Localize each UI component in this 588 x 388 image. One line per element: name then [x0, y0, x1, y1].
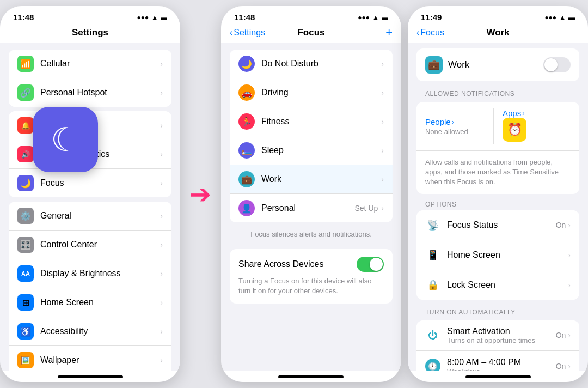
time-1: 11:48: [13, 13, 34, 22]
apps-label: Apps ›: [503, 108, 525, 118]
hotspot-label: Personal Hotspot: [40, 88, 160, 98]
wifi-icon-3: ▲: [559, 14, 566, 21]
display-row[interactable]: AA Display & Brightness ›: [9, 259, 171, 288]
focus-status-label: Focus Status: [447, 220, 556, 230]
display-icon: AA: [17, 265, 34, 282]
share-description: Turning a Focus on for this device will …: [238, 276, 384, 296]
nav-action-2[interactable]: +: [385, 26, 393, 40]
fitness-icon: 🏃: [238, 113, 255, 130]
cellular-chevron: ›: [160, 59, 163, 68]
share-row: Share Across Devices: [238, 257, 384, 272]
time-row[interactable]: 🕗 8:00 AM – 4:00 PM Weekdays On ›: [416, 351, 579, 371]
accessibility-icon: ♿: [17, 323, 34, 340]
smart-chevron: ›: [568, 331, 571, 340]
signal-icon: ●●●: [137, 14, 149, 21]
work-header-section: 💼 Work: [416, 48, 579, 81]
nav-back-3[interactable]: ‹ Focus: [416, 28, 444, 38]
wifi-icon: ▲: [151, 14, 158, 21]
cellular-label: Cellular: [40, 59, 160, 69]
screen2-content[interactable]: 🌙 Do Not Disturb › 🚗 Driving › 🏃 Fitness…: [221, 43, 401, 371]
focus-status-icon: 📡: [425, 217, 440, 233]
accessibility-row[interactable]: ♿ Accessibility ›: [9, 317, 171, 346]
home-bar-1: [0, 371, 180, 382]
share-section: Share Across Devices Turning a Focus on …: [230, 249, 393, 304]
focus-status-row[interactable]: 📡 Focus Status On ›: [416, 210, 579, 240]
driving-label: Driving: [261, 88, 381, 98]
screen1-content[interactable]: 📶 Cellular › 🔗 Personal Hotspot › 🔔 Noti…: [0, 43, 180, 371]
smart-value: On: [556, 331, 566, 340]
lock-screen-icon: 🔒: [425, 277, 440, 293]
personal-chevron: ›: [381, 204, 384, 213]
nav-bar-1: Settings: [0, 24, 180, 43]
work-header-icon: 💼: [425, 56, 443, 74]
lock-screen-row[interactable]: 🔒 Lock Screen ›: [416, 270, 579, 300]
home-bar-line-1: [58, 375, 123, 378]
sleep-icon: 🛏️: [238, 142, 255, 159]
people-sub: None allowed: [425, 128, 468, 136]
general-icon: ⚙️: [17, 208, 34, 224]
apps-col[interactable]: Apps › ⏰: [493, 108, 571, 144]
accessibility-label: Accessibility: [40, 326, 160, 336]
work-row[interactable]: 💼 Work ›: [230, 165, 393, 194]
allowed-desc: Allow calls and notifications from peopl…: [416, 151, 579, 194]
hotspot-row[interactable]: 🔗 Personal Hotspot ›: [9, 78, 171, 107]
screen1: 11:48 ●●● ▲ ▬ Settings 📶 Cellular › 🔗 Pe…: [0, 6, 180, 382]
fitness-chevron: ›: [381, 117, 384, 126]
arrow-container: ➔: [187, 179, 215, 209]
focus-status-chevron: ›: [568, 221, 571, 229]
battery-icon-3: ▬: [568, 14, 575, 21]
sleep-row[interactable]: 🛏️ Sleep ›: [230, 136, 393, 165]
toggle-knob: [370, 258, 383, 271]
sounds-icon: 🔊: [17, 146, 34, 162]
screen3-content[interactable]: 💼 Work ALLOWED NOTIFICATIONS People › No…: [408, 43, 588, 371]
allowed-section: People › None allowed Apps › ⏰ Allow cal…: [416, 102, 579, 194]
personal-row[interactable]: 👤 Personal Set Up ›: [230, 194, 393, 222]
home-screen-label: Home Screen: [40, 298, 160, 307]
fitness-row[interactable]: 🏃 Fitness ›: [230, 107, 393, 136]
share-toggle[interactable]: [357, 257, 384, 272]
hotspot-icon: 🔗: [17, 84, 34, 101]
wallpaper-row[interactable]: 🖼️ Wallpaper ›: [9, 346, 171, 371]
status-icons-2: ●●● ▲ ▬: [358, 14, 388, 21]
home-screen-option-chevron: ›: [568, 251, 571, 259]
personal-icon: 👤: [238, 200, 255, 216]
dnd-label: Do Not Disturb: [261, 59, 381, 69]
driving-row[interactable]: 🚗 Driving ›: [230, 78, 393, 107]
status-bar-2: 11:48 ●●● ▲ ▬: [221, 6, 401, 24]
sounds-chevron: ›: [160, 150, 163, 159]
smart-activation-row[interactable]: ⏻ Smart Activation Turns on at opportune…: [416, 320, 579, 351]
home-screen-row[interactable]: ⊞ Home Screen ›: [9, 288, 171, 317]
notifications-icon: 🔔: [17, 117, 34, 134]
display-chevron: ›: [160, 269, 163, 278]
share-label: Share Across Devices: [238, 259, 324, 269]
home-bar-line-3: [465, 375, 531, 378]
control-center-label: Control Center: [40, 240, 160, 250]
nav-back-2[interactable]: ‹ Settings: [230, 28, 265, 38]
control-center-row[interactable]: 🎛️ Control Center ›: [9, 231, 171, 259]
status-icons-3: ●●● ▲ ▬: [544, 14, 575, 21]
general-row[interactable]: ⚙️ General ›: [9, 202, 171, 231]
work-chevron: ›: [381, 175, 384, 184]
display-label: Display & Brightness: [40, 269, 160, 278]
work-toggle[interactable]: [543, 57, 571, 72]
focus-row[interactable]: 🌙 Focus ›: [9, 169, 171, 197]
wifi-icon-2: ▲: [372, 14, 379, 21]
back-chevron-2: ‹: [230, 28, 232, 38]
home-screen-icon: ⊞: [17, 294, 34, 311]
signal-icon-3: ●●●: [544, 14, 556, 21]
time-sub: Weekdays: [447, 367, 521, 371]
work-toggle-knob: [544, 58, 558, 71]
home-screen-option-row[interactable]: 📱 Home Screen ›: [416, 240, 579, 270]
time-text-group: 8:00 AM – 4:00 PM Weekdays: [447, 357, 521, 371]
dnd-chevron: ›: [381, 59, 384, 68]
time-icon: 🕗: [425, 359, 440, 371]
home-screen-chevron: ›: [160, 298, 163, 307]
do-not-disturb-row[interactable]: 🌙 Do Not Disturb ›: [230, 50, 393, 78]
cellular-row[interactable]: 📶 Cellular ›: [9, 50, 171, 78]
people-col[interactable]: People › None allowed: [425, 117, 493, 136]
nav-title-3: Work: [486, 27, 509, 38]
focus-label: Focus: [40, 178, 160, 188]
smart-sub: Turns on at opportune times: [447, 336, 556, 344]
lock-screen-chevron: ›: [568, 281, 571, 289]
time-main: 🕗 8:00 AM – 4:00 PM Weekdays On ›: [425, 357, 571, 371]
